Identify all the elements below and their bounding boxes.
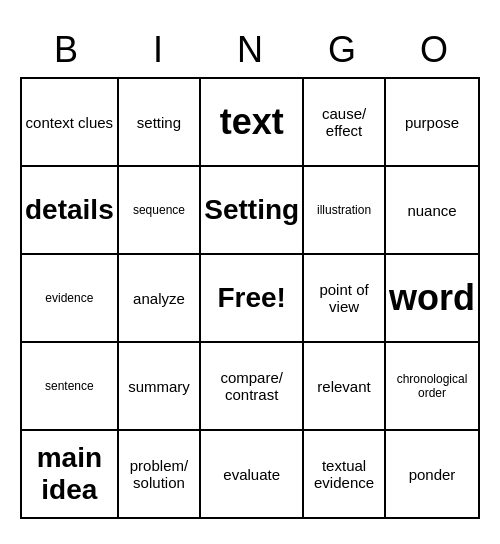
cell-text: sequence xyxy=(133,203,185,217)
bingo-cell: evaluate xyxy=(200,430,303,518)
bingo-cell: illustration xyxy=(303,166,385,254)
cell-text: Setting xyxy=(204,194,299,225)
bingo-card: BINGO context cluessettingtextcause/ eff… xyxy=(20,25,480,519)
bingo-cell: analyze xyxy=(118,254,201,342)
bingo-cell: nuance xyxy=(385,166,479,254)
header-letter: O xyxy=(388,25,480,75)
bingo-grid: context cluessettingtextcause/ effectpur… xyxy=(20,77,480,519)
cell-text: ponder xyxy=(409,466,456,483)
cell-text: main idea xyxy=(37,442,102,505)
cell-text: relevant xyxy=(317,378,370,395)
cell-text: evidence xyxy=(45,291,93,305)
table-row: context cluessettingtextcause/ effectpur… xyxy=(21,78,479,166)
cell-text: textual evidence xyxy=(314,457,374,491)
bingo-header: BINGO xyxy=(20,25,480,75)
bingo-cell: evidence xyxy=(21,254,118,342)
cell-text: point of view xyxy=(319,281,368,315)
bingo-cell: purpose xyxy=(385,78,479,166)
table-row: detailssequenceSettingillustrationnuance xyxy=(21,166,479,254)
cell-text: details xyxy=(25,194,114,225)
table-row: sentencesummarycompare/ contrastrelevant… xyxy=(21,342,479,430)
bingo-cell: Free! xyxy=(200,254,303,342)
bingo-cell: context clues xyxy=(21,78,118,166)
cell-text: sentence xyxy=(45,379,94,393)
cell-text: chronological order xyxy=(397,372,468,400)
cell-text: context clues xyxy=(26,114,114,131)
bingo-cell: setting xyxy=(118,78,201,166)
table-row: evidenceanalyzeFree!point of viewword xyxy=(21,254,479,342)
cell-text: illustration xyxy=(317,203,371,217)
bingo-cell: summary xyxy=(118,342,201,430)
bingo-cell: text xyxy=(200,78,303,166)
bingo-cell: main idea xyxy=(21,430,118,518)
bingo-cell: Setting xyxy=(200,166,303,254)
cell-text: cause/ effect xyxy=(322,105,366,139)
bingo-cell: compare/ contrast xyxy=(200,342,303,430)
cell-text: Free! xyxy=(217,282,285,313)
bingo-cell: point of view xyxy=(303,254,385,342)
bingo-cell: chronological order xyxy=(385,342,479,430)
bingo-cell: relevant xyxy=(303,342,385,430)
bingo-cell: problem/ solution xyxy=(118,430,201,518)
bingo-cell: cause/ effect xyxy=(303,78,385,166)
cell-text: text xyxy=(220,101,284,142)
cell-text: setting xyxy=(137,114,181,131)
cell-text: evaluate xyxy=(223,466,280,483)
bingo-cell: details xyxy=(21,166,118,254)
header-letter: G xyxy=(296,25,388,75)
bingo-cell: word xyxy=(385,254,479,342)
cell-text: summary xyxy=(128,378,190,395)
bingo-cell: ponder xyxy=(385,430,479,518)
cell-text: compare/ contrast xyxy=(220,369,283,403)
cell-text: nuance xyxy=(407,202,456,219)
table-row: main ideaproblem/ solutionevaluatetextua… xyxy=(21,430,479,518)
bingo-cell: sequence xyxy=(118,166,201,254)
header-letter: I xyxy=(112,25,204,75)
cell-text: purpose xyxy=(405,114,459,131)
bingo-cell: textual evidence xyxy=(303,430,385,518)
bingo-cell: sentence xyxy=(21,342,118,430)
cell-text: word xyxy=(389,277,475,318)
header-letter: B xyxy=(20,25,112,75)
header-letter: N xyxy=(204,25,296,75)
cell-text: analyze xyxy=(133,290,185,307)
cell-text: problem/ solution xyxy=(130,457,188,491)
